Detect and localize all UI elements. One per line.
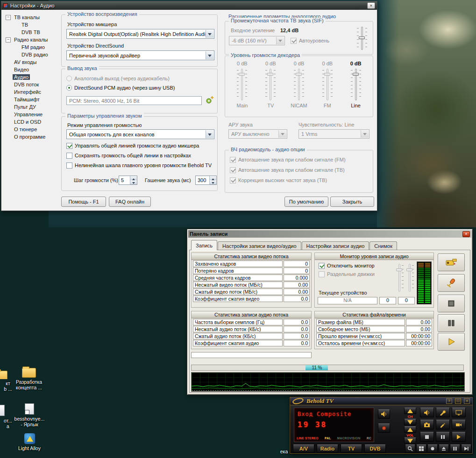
channel-volume-slider[interactable] xyxy=(294,67,304,102)
radio-icon[interactable] xyxy=(66,85,72,91)
tree-item[interactable]: DVB ТВ xyxy=(4,28,60,36)
checkbox-option[interactable]: Управлять общей линией громкости аудио м… xyxy=(66,143,212,149)
settings-titlebar[interactable]: Настройки - Аудио × xyxy=(1,1,377,10)
volume-step-spinner[interactable]: 5 xyxy=(119,176,137,185)
channel-volume-slider[interactable] xyxy=(265,67,276,102)
recorder-tab[interactable]: Настройки записи аудио xyxy=(302,241,369,250)
mixer-device-combo[interactable]: Realtek Digital Output(Optical) (Realtek… xyxy=(66,29,214,39)
tree-item[interactable]: LCD и OSD xyxy=(4,118,60,126)
play-button[interactable] xyxy=(438,333,465,351)
stop-button[interactable] xyxy=(438,295,465,312)
source-button[interactable]: Radio xyxy=(317,444,338,453)
channel-down-button[interactable] xyxy=(404,419,416,425)
channel-up-button[interactable] xyxy=(404,408,416,414)
volume-down-button[interactable] xyxy=(404,437,416,444)
chevron-down-icon[interactable] xyxy=(276,37,284,44)
input-gain-combo[interactable]: -6 dB (160 mV) xyxy=(229,36,285,45)
chevron-down-icon[interactable] xyxy=(361,130,369,138)
eject-button[interactable] xyxy=(439,444,449,453)
slider-thumb[interactable] xyxy=(396,268,402,271)
faq-button[interactable]: FAQ онлайн xyxy=(109,197,151,207)
tree-item[interactable]: DVB поток xyxy=(4,81,60,88)
checkbox-icon[interactable] xyxy=(319,263,325,269)
source-button[interactable]: A/V xyxy=(293,444,314,453)
record-audio-button[interactable] xyxy=(438,274,465,292)
tree-item[interactable]: DVB радио xyxy=(4,51,60,58)
agc-combo[interactable]: АРУ выключено xyxy=(228,129,287,139)
close-button[interactable]: Закрыть xyxy=(330,197,374,207)
tree-item[interactable]: О программе xyxy=(4,133,60,141)
checkbox-icon[interactable] xyxy=(230,167,236,173)
recorder-close-button[interactable]: × xyxy=(462,231,470,237)
tree-item[interactable]: Управление xyxy=(4,111,60,118)
monitor-right-slider[interactable] xyxy=(405,262,414,293)
play-button[interactable] xyxy=(452,432,466,442)
edit-button[interactable] xyxy=(436,420,450,430)
audio-button[interactable] xyxy=(420,408,434,417)
defaults-button[interactable]: По умолчанию xyxy=(284,197,328,207)
radio-option[interactable]: DirectSound PCM аудио (через шину USB) xyxy=(66,85,175,91)
channel-volume-slider[interactable] xyxy=(351,67,361,102)
recorder-tab[interactable]: Настройки записи видео/аудио xyxy=(218,241,301,250)
checkbox-option[interactable]: Отключить монитор xyxy=(319,263,375,269)
checkbox-icon[interactable] xyxy=(230,177,236,183)
tree-item[interactable]: Радио каналы xyxy=(4,36,60,43)
snapshot-button[interactable] xyxy=(420,420,434,430)
tree-item[interactable]: ТВ xyxy=(4,21,60,28)
slider-thumb[interactable] xyxy=(353,73,359,76)
checkbox-icon[interactable] xyxy=(319,271,325,277)
slider-thumb[interactable] xyxy=(324,73,330,76)
checkbox-option[interactable]: Нелинейная шкала главного уровня громкос… xyxy=(66,162,212,169)
slider-thumb[interactable] xyxy=(406,268,412,271)
desktop-icon-clipped-3[interactable]: ека xyxy=(276,447,292,454)
tools-button[interactable] xyxy=(436,408,450,417)
spinner-arrows-icon[interactable] xyxy=(130,176,137,184)
display-button[interactable] xyxy=(452,408,466,417)
radio-icon[interactable] xyxy=(66,76,72,81)
volume-up-button[interactable] xyxy=(404,426,416,433)
record-dot-button[interactable] xyxy=(427,444,438,453)
checkbox-icon[interactable] xyxy=(230,157,236,163)
tree-item[interactable]: FM радио xyxy=(4,43,60,51)
chevron-down-icon[interactable] xyxy=(206,30,213,38)
remote-close-button[interactable]: × xyxy=(464,398,470,404)
desktop-icon-folder[interactable]: Разработка концепта ... xyxy=(11,366,47,390)
settings-close-button[interactable]: × xyxy=(367,2,375,9)
stop-button[interactable] xyxy=(420,432,434,442)
pcm-format-field[interactable]: PCM: Stereo, 48000 Hz, 16 Bit xyxy=(66,96,202,105)
checkbox-option[interactable]: Автогашение звука при слабом сигнале (ТВ… xyxy=(230,167,346,173)
mute-button[interactable] xyxy=(378,409,390,419)
checkbox-icon[interactable] xyxy=(291,38,297,44)
help-button[interactable]: Помощь - F1 xyxy=(61,197,106,207)
pause-bars-button[interactable] xyxy=(450,444,460,453)
channel-volume-slider[interactable] xyxy=(322,67,333,102)
spinner-arrows-icon[interactable] xyxy=(209,176,216,184)
chevron-down-icon[interactable] xyxy=(206,130,213,138)
remote-help-button[interactable]: ? xyxy=(446,398,452,404)
tree-item[interactable]: Интерфейс xyxy=(4,88,60,96)
record-button[interactable] xyxy=(378,423,390,433)
checkbox-option[interactable]: Автогашение звука при слабом сигнале (FM… xyxy=(230,157,346,163)
chevron-down-icon[interactable] xyxy=(278,130,286,138)
recorder-tab[interactable]: Снимок xyxy=(369,241,397,250)
sif-level-slider[interactable] xyxy=(357,25,367,51)
layout-button[interactable] xyxy=(416,444,426,453)
checkbox-icon[interactable] xyxy=(66,162,72,169)
volume-mode-combo[interactable]: Общая громкость для всех каналов xyxy=(66,129,214,139)
remote-minimize-button[interactable]: □ xyxy=(455,398,461,404)
tree-item[interactable]: ТВ каналы xyxy=(4,14,60,21)
pause-button[interactable] xyxy=(436,432,450,442)
tree-item[interactable]: AV входы xyxy=(4,58,60,66)
chevron-down-icon[interactable] xyxy=(206,51,213,59)
capture-button[interactable] xyxy=(452,420,466,430)
directsound-device-combo[interactable]: Первичный звуковой драйвер xyxy=(66,50,214,60)
pause-button[interactable] xyxy=(438,314,465,332)
remote-titlebar[interactable]: Behold TV ? □ × xyxy=(290,397,472,405)
mute-time-spinner[interactable]: 300 xyxy=(195,176,217,185)
radio-option[interactable]: Аналоговый выход (через аудиокабель) xyxy=(66,76,175,81)
checkbox-option[interactable]: Сохранять громкость общей линии в настро… xyxy=(66,153,212,159)
slider-thumb[interactable] xyxy=(267,73,273,76)
record-video-button[interactable] xyxy=(438,254,465,271)
checkbox-icon[interactable] xyxy=(66,143,72,149)
channel-volume-slider[interactable] xyxy=(237,67,247,102)
